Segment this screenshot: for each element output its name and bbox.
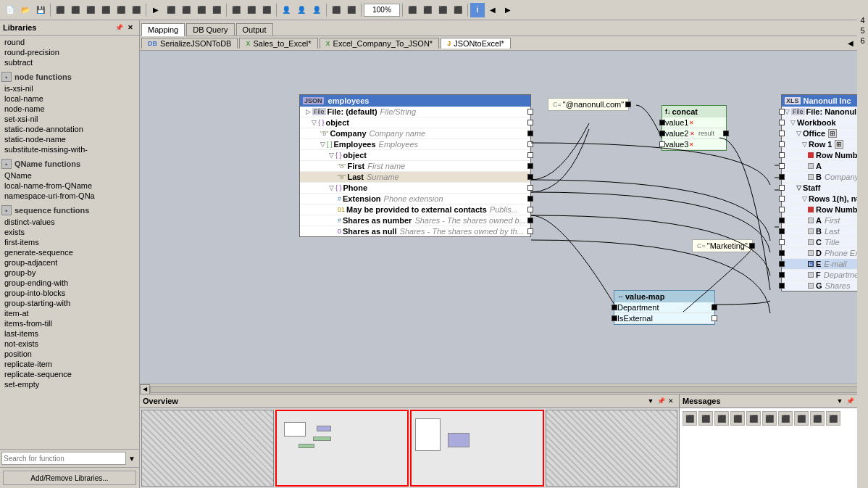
- tb-icon-22[interactable]: ⬛: [435, 3, 450, 17]
- ftab-json-excel[interactable]: J JSONtoExcel*: [441, 38, 511, 49]
- lib-items-from-till[interactable]: items-from-till: [1, 318, 138, 328]
- lib-replicate-sequence[interactable]: replicate-sequence: [1, 369, 138, 379]
- lib-position[interactable]: position: [1, 349, 138, 359]
- lib-first-items[interactable]: first-items: [1, 237, 138, 247]
- nanonull-expand-wb[interactable]: ▽: [790, 119, 796, 126]
- msg-btn-10[interactable]: ⬛: [826, 411, 840, 426]
- tb-icon-21[interactable]: ⬛: [420, 3, 435, 17]
- port-extension-right[interactable]: [527, 196, 533, 202]
- tb-icon-20[interactable]: ⬛: [405, 3, 420, 17]
- lib-last-items[interactable]: last-items: [1, 328, 138, 339]
- lib-item-subtract[interactable]: subtract: [1, 57, 138, 67]
- port-isext-left[interactable]: [612, 315, 617, 321]
- port-dept-left[interactable]: [612, 305, 617, 310]
- lib-is-xsi-nil[interactable]: is-xsi-nil: [1, 83, 138, 94]
- msg-btn-9[interactable]: ⬛: [810, 411, 825, 426]
- tb-icon-19[interactable]: ⬛: [344, 3, 359, 17]
- port-result-right[interactable]: [723, 131, 729, 136]
- hscroll-left-button[interactable]: ◀: [140, 384, 150, 394]
- search-input[interactable]: [1, 452, 126, 465]
- tb-icon-8[interactable]: ⬛: [164, 3, 178, 17]
- overview-thumb-3[interactable]: [410, 410, 544, 487]
- port-mayprovide-right[interactable]: [527, 207, 533, 212]
- lib-group-adjacent[interactable]: group-adjacent: [1, 257, 138, 268]
- tb-icon-5[interactable]: ⬛: [114, 3, 128, 17]
- port-isext-right[interactable]: [711, 315, 717, 321]
- back-button[interactable]: ◀: [485, 3, 500, 17]
- tb-icon-18[interactable]: ⬛: [329, 3, 343, 17]
- tb-icon-13[interactable]: ⬛: [244, 3, 259, 17]
- port-b1-left[interactable]: [779, 174, 785, 180]
- tb-icon-1[interactable]: ⬛: [53, 3, 67, 17]
- lib-close-button[interactable]: ✕: [125, 22, 136, 33]
- tb-icon-2[interactable]: ⬛: [68, 3, 83, 17]
- port-b2-left[interactable]: [779, 228, 785, 234]
- lib-group-into-blocks[interactable]: group-into-blocks: [1, 288, 138, 298]
- tb-icon-6[interactable]: ⬛: [129, 3, 143, 17]
- port-d-left[interactable]: [779, 250, 785, 256]
- port-v3-left[interactable]: [659, 141, 665, 147]
- port-g-left[interactable]: [779, 283, 785, 289]
- lib-group-by[interactable]: group-by: [1, 268, 138, 278]
- port-c-left[interactable]: [779, 239, 785, 245]
- tb-icon-3[interactable]: ⬛: [83, 3, 98, 17]
- lib-set-xsi-nil[interactable]: set-xsi-nil: [1, 114, 138, 124]
- lib-pin-button[interactable]: 📌: [113, 22, 125, 33]
- tb-icon-23[interactable]: ⬛: [451, 3, 465, 17]
- port-e-left[interactable]: [779, 261, 785, 267]
- nanonull-expand-file[interactable]: ▽: [785, 108, 790, 115]
- horizontal-scrollbar[interactable]: ◀ ▶: [140, 384, 868, 394]
- nanonull-expand-rows1h[interactable]: ▽: [802, 195, 807, 202]
- zoom-input[interactable]: 100%: [364, 4, 400, 17]
- lib-set-empty[interactable]: set-empty: [1, 379, 138, 389]
- msg-btn-6[interactable]: ⬛: [762, 411, 777, 426]
- port-company-right[interactable]: [527, 131, 533, 136]
- overview-pin-btn[interactable]: 📌: [656, 396, 666, 406]
- tb-icon-7[interactable]: ▶: [149, 3, 163, 17]
- expand-file[interactable]: ▷: [306, 108, 311, 115]
- nanonull-expand-row1[interactable]: ▽: [802, 141, 807, 148]
- port-a2-left[interactable]: [779, 218, 785, 223]
- tb-icon-4[interactable]: ⬛: [99, 3, 113, 17]
- lib-item-round[interactable]: round: [1, 37, 138, 47]
- tb-icon-17[interactable]: 👤: [309, 3, 324, 17]
- lib-static-node-annotation[interactable]: static-node-annotation: [1, 124, 138, 134]
- nanonull-expand-office[interactable]: ▽: [796, 130, 801, 137]
- port-f-left[interactable]: [779, 272, 785, 278]
- lib-distinct-values[interactable]: distinct-values: [1, 217, 138, 227]
- open-button[interactable]: 📂: [18, 3, 33, 17]
- tb-icon-9[interactable]: ⬛: [179, 3, 193, 17]
- port-const1-right[interactable]: [625, 102, 631, 107]
- expand-obj1[interactable]: ▽: [312, 119, 317, 126]
- lib-item-at[interactable]: item-at: [1, 308, 138, 318]
- msg-btn-5[interactable]: ⬛: [746, 411, 761, 426]
- lib-generate-sequence[interactable]: generate-sequence: [1, 247, 138, 257]
- msg-btn-3[interactable]: ⬛: [714, 411, 729, 426]
- tb-icon-15[interactable]: 👤: [279, 3, 293, 17]
- port-first-right[interactable]: [527, 163, 533, 169]
- lib-node-name[interactable]: node-name: [1, 104, 138, 114]
- port-obj1-right[interactable]: [527, 120, 533, 125]
- port-shares-num-right[interactable]: [527, 218, 533, 223]
- lib-local-name[interactable]: local-name: [1, 94, 138, 104]
- ftab-sales[interactable]: X Sales_to_Excel*: [239, 38, 317, 49]
- lib-group-starting-with[interactable]: group-starting-with: [1, 298, 138, 308]
- tab-mapping[interactable]: Mapping: [141, 23, 185, 36]
- tb-icon-10[interactable]: ⬛: [194, 3, 209, 17]
- overview-thumb-2[interactable]: [275, 410, 409, 487]
- filetab-scroll-left[interactable]: ◀: [845, 38, 856, 49]
- lib-substitute-missing[interactable]: substitute-missing-with-: [1, 144, 138, 154]
- lib-replicate-item[interactable]: replicate-item: [1, 359, 138, 369]
- nanonull-expand-staff[interactable]: ▽: [796, 184, 801, 191]
- messages-down-btn[interactable]: ▼: [835, 396, 845, 406]
- overview-close-btn[interactable]: ✕: [666, 396, 676, 406]
- lib-not-exists[interactable]: not-exists: [1, 339, 138, 349]
- port-v1-left[interactable]: [659, 120, 665, 125]
- port-employees-right[interactable]: [527, 141, 533, 147]
- overview-down-btn[interactable]: ▼: [646, 396, 656, 406]
- msg-btn-7[interactable]: ⬛: [778, 411, 793, 426]
- lib-exists[interactable]: exists: [1, 227, 138, 237]
- tab-output[interactable]: Output: [236, 23, 273, 36]
- overview-thumb-4[interactable]: [546, 410, 678, 487]
- search-dropdown-button[interactable]: ▼: [126, 451, 138, 466]
